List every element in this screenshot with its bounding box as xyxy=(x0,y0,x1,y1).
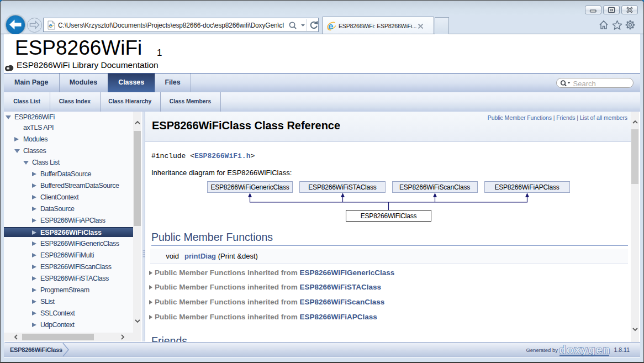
svg-text:doxygen: doxygen xyxy=(559,344,610,356)
svg-text:e: e xyxy=(49,22,52,29)
